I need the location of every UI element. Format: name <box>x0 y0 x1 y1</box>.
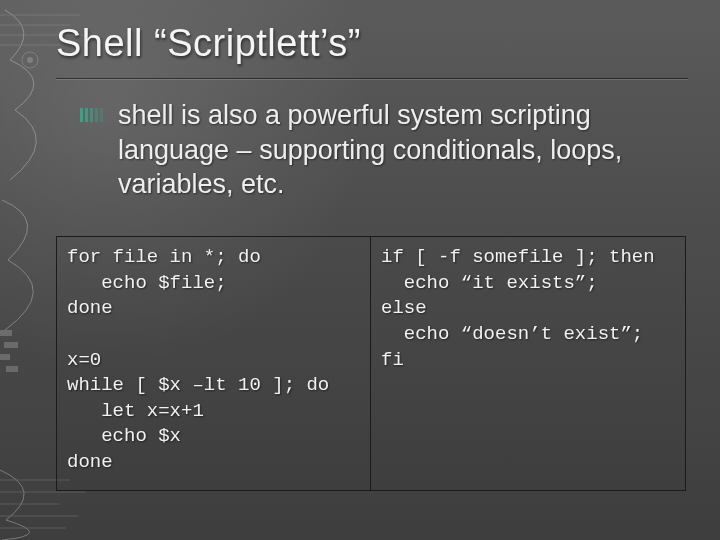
slide-title: Shell “Scriptlett’s” <box>56 22 690 65</box>
slide: Shell “Scriptlett’s” shell is also a pow… <box>0 0 720 540</box>
title-underline <box>56 78 688 80</box>
svg-rect-9 <box>95 108 98 122</box>
code-snippet-left: for file in *; do echo $file; done x=0 w… <box>67 245 360 476</box>
svg-rect-1 <box>4 342 18 348</box>
svg-rect-8 <box>90 108 93 122</box>
svg-rect-0 <box>0 330 12 336</box>
svg-rect-10 <box>100 108 103 122</box>
bullet-text: shell is also a powerful system scriptin… <box>118 98 680 202</box>
svg-rect-3 <box>6 366 18 372</box>
code-snippet-right: if [ -f somefile ]; then echo “it exists… <box>381 245 675 373</box>
svg-point-5 <box>27 57 33 63</box>
code-box-left: for file in *; do echo $file; done x=0 w… <box>56 236 371 491</box>
bullet-bars-icon <box>80 108 106 122</box>
svg-rect-6 <box>80 108 83 122</box>
svg-point-4 <box>22 52 38 68</box>
bullet-item: shell is also a powerful system scriptin… <box>80 98 680 202</box>
code-columns: for file in *; do echo $file; done x=0 w… <box>56 236 686 491</box>
slide-body: shell is also a powerful system scriptin… <box>80 98 680 202</box>
code-box-right: if [ -f somefile ]; then echo “it exists… <box>371 236 686 491</box>
svg-rect-2 <box>0 354 10 360</box>
svg-rect-7 <box>85 108 88 122</box>
